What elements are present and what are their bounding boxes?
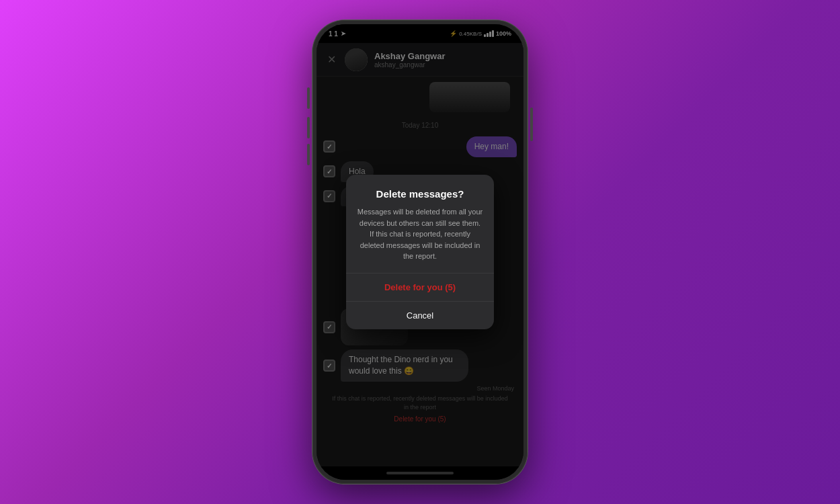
delete-modal: Delete messages? Messages will be delete… — [346, 175, 494, 329]
screen-content: 1 1 ➤ ⚡ 0.45KB/S 100% ✕ — [317, 24, 523, 480]
phone-screen: 1 1 ➤ ⚡ 0.45KB/S 100% ✕ — [317, 24, 523, 480]
cancel-button[interactable]: Cancel — [346, 302, 494, 329]
modal-description: Messages will be deleted from all your d… — [357, 206, 483, 262]
modal-title: Delete messages? — [357, 188, 483, 200]
phone-frame: 1 1 ➤ ⚡ 0.45KB/S 100% ✕ — [312, 20, 528, 484]
modal-overlay: Delete messages? Messages will be delete… — [317, 24, 523, 480]
modal-body: Delete messages? Messages will be delete… — [346, 175, 494, 262]
delete-for-you-button[interactable]: Delete for you (5) — [346, 274, 494, 301]
